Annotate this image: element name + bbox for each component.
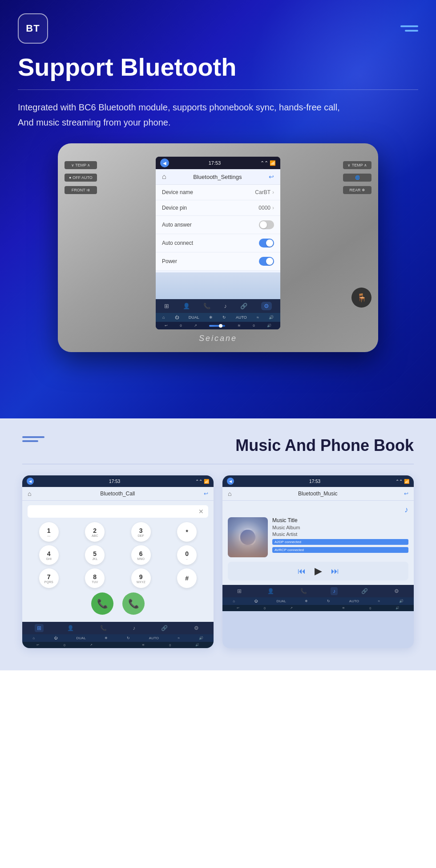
hero-divider: [18, 89, 418, 90]
hamburger-line-2: [405, 30, 418, 32]
pin-chevron-icon: ›: [272, 205, 274, 211]
bt-settings-screen: ◀ 17:53 ⌃⌃ 📶 ⌂ Bluetooth_Settings ↩ Devi…: [156, 157, 280, 329]
person-nav-icon[interactable]: 👤: [183, 303, 190, 309]
music-note-nav[interactable]: ♪: [331, 587, 338, 595]
auto-connect-label: Auto connect: [162, 240, 193, 246]
menu-icon[interactable]: [400, 25, 418, 32]
music-back-btn[interactable]: ◀: [227, 478, 234, 485]
off-auto-btn[interactable]: ● OFF AUTO: [65, 174, 97, 182]
front-btn[interactable]: FRONT ⇉: [65, 186, 97, 194]
link-nav-icon[interactable]: 🔗: [240, 303, 247, 309]
phone-status-icons: ⌃⌃ 📶: [195, 479, 209, 484]
next-track-button[interactable]: ⏭: [331, 567, 339, 576]
toggle-knob: [260, 221, 267, 228]
key-3[interactable]: 3 DEF: [131, 522, 151, 542]
dialer-clear-icon[interactable]: ✕: [198, 508, 204, 515]
music-bottom-nav: ⊞ 👤 📞 ♪ 🔗 ⚙: [222, 585, 414, 597]
home-icon[interactable]: ⌂: [162, 173, 166, 181]
climate-loop[interactable]: ↻: [222, 315, 226, 320]
music-back-icon-nav[interactable]: ↩: [404, 491, 408, 497]
dialer-input[interactable]: ✕: [28, 505, 208, 518]
power-toggle[interactable]: [259, 257, 274, 266]
music-header-bar: ⌂ Bluetooth_Music ↩: [222, 487, 414, 501]
settings-nav-icon[interactable]: ⚙: [261, 302, 272, 310]
key-5[interactable]: 5 JKL: [85, 545, 105, 565]
climate-vol[interactable]: 🔊: [269, 315, 274, 320]
phone-header-title: Bluetooth_Call: [100, 491, 135, 497]
screen-title: Bluetooth_Settings: [193, 174, 242, 180]
key-hash[interactable]: #: [177, 568, 197, 588]
temp-btn[interactable]: ∨ TEMP ∧: [65, 161, 97, 169]
car-dashboard: ∨ TEMP ∧ ● OFF AUTO FRONT ⇉ ∨ TEMP ∧ 🌀 R…: [18, 143, 418, 352]
hamburger-line-1: [400, 25, 418, 27]
climate-fan[interactable]: ❄: [209, 315, 213, 320]
key-9[interactable]: 9 WXYZ: [131, 568, 151, 588]
climate-bar: ⌂ ⏻ DUAL ❄ ↻ AUTO ≈ 🔊: [156, 313, 280, 322]
phone-screen: ◀ 17:53 ⌃⌃ 📶 ⌂ Bluetooth_Call ↩ ✕ 1 —: [22, 475, 214, 648]
end-call-button[interactable]: 📞: [122, 592, 145, 615]
music-phone-nav[interactable]: 📞: [298, 587, 309, 595]
key-4[interactable]: 4 GHI: [39, 545, 59, 565]
device-pin-row[interactable]: Device pin 0000 ›: [156, 200, 280, 216]
key-0[interactable]: 0 -: [177, 545, 197, 565]
music-temp-bar: ↩ 0 ↗ ≋ 0 🔊: [222, 605, 414, 611]
right-temp-btn[interactable]: ∨ TEMP ∧: [343, 161, 371, 169]
climate-power[interactable]: ⏻: [175, 315, 179, 320]
phone-grid-nav[interactable]: ⊞: [35, 624, 44, 632]
phone-status-bar: ◀ 17:53 ⌃⌃ 📶: [22, 475, 214, 487]
music-person-nav[interactable]: 👤: [265, 587, 276, 595]
music-player-area: ♪ Music Title Music Album Music Artist A…: [222, 501, 414, 585]
device-name-label: Device name: [162, 189, 193, 195]
music-note-icon: ♪: [228, 505, 408, 515]
device-name-row[interactable]: Device name CarBT ›: [156, 185, 280, 200]
key-7[interactable]: 7 PQRS: [39, 568, 59, 588]
phone-link-nav[interactable]: 🔗: [159, 624, 170, 632]
key-8[interactable]: 8 TUV: [85, 568, 105, 588]
key-1[interactable]: 1 —: [39, 522, 59, 542]
key-2[interactable]: 2 ABC: [85, 522, 105, 542]
phone-home-icon[interactable]: ⌂: [28, 490, 31, 497]
phone-nav-icon[interactable]: 📞: [203, 303, 210, 309]
back-button[interactable]: ◀: [160, 158, 169, 167]
music-settings-nav[interactable]: ⚙: [392, 587, 401, 595]
music-link-nav[interactable]: 🔗: [359, 587, 370, 595]
prev-track-button[interactable]: ⏮: [298, 567, 306, 576]
phone-time: 17:53: [109, 479, 120, 484]
key-star[interactable]: *: [177, 522, 197, 542]
album-art-cover: [228, 529, 268, 557]
music-grid-nav[interactable]: ⊞: [235, 587, 244, 595]
key-6[interactable]: 6 MNO: [131, 545, 151, 565]
phone-back-btn[interactable]: ◀: [27, 478, 34, 485]
phone-music-nav[interactable]: ♪: [130, 624, 137, 632]
climate-mode[interactable]: ≈: [257, 315, 259, 320]
hero-section: BT Support Bluetooth Integrated with BC6…: [0, 0, 436, 418]
phone-header: ⌂ Bluetooth_Call ↩: [22, 487, 214, 501]
play-button[interactable]: ▶: [315, 565, 322, 577]
seat-button[interactable]: 🪑: [351, 288, 371, 308]
climate-home[interactable]: ⌂: [162, 315, 165, 320]
device-name-value: CarBT: [255, 189, 270, 195]
chevron-icon: ›: [272, 189, 274, 195]
phone-climate-bar: ⌂ ⏻ DUAL ❄ ↻ AUTO ≈ 🔊: [22, 634, 214, 642]
music-status-bar: ◀ 17:53 ⌃⌃ 📶: [222, 475, 414, 487]
music-time: 17:53: [309, 479, 320, 484]
music-hamburger-line-2: [22, 440, 38, 442]
screen-header: ⌂ Bluetooth_Settings ↩: [156, 169, 280, 185]
phone-person-nav[interactable]: 👤: [65, 624, 76, 632]
music-nav-icon[interactable]: ♪: [224, 303, 227, 309]
grid-nav-icon[interactable]: ⊞: [164, 303, 169, 309]
right-fan-btn[interactable]: 🌀: [343, 174, 371, 182]
rear-btn[interactable]: REAR ❄: [343, 186, 371, 194]
music-menu-icon[interactable]: [22, 436, 44, 442]
phone-call-nav[interactable]: 📞: [98, 624, 109, 632]
track-album: Music Album: [272, 525, 408, 530]
music-climate-bar: ⌂ ⏻ DUAL ❄ ↻ AUTO ≈ 🔊: [222, 597, 414, 605]
temp-slider[interactable]: [209, 325, 225, 327]
screen-back[interactable]: ↩: [269, 173, 274, 180]
music-home-icon[interactable]: ⌂: [228, 490, 231, 497]
phone-settings-nav[interactable]: ⚙: [192, 624, 201, 632]
auto-answer-toggle[interactable]: [259, 220, 274, 229]
call-button[interactable]: 📞: [91, 592, 113, 615]
phone-back-icon[interactable]: ↩: [204, 491, 208, 497]
auto-connect-toggle[interactable]: [259, 239, 274, 247]
